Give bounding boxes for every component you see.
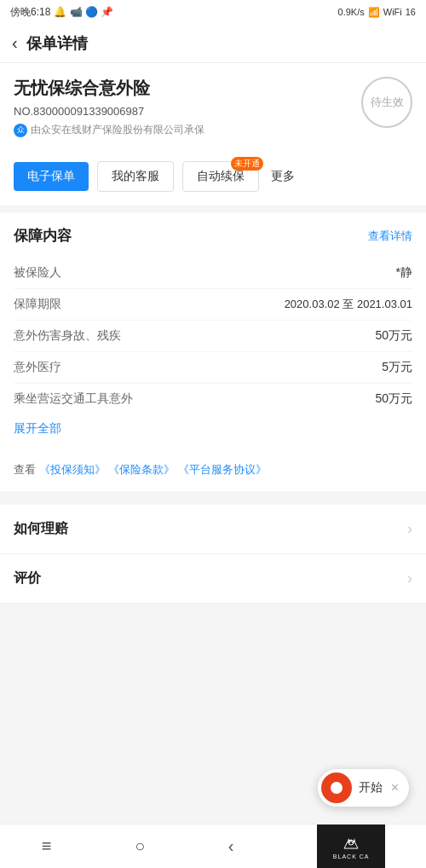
time-label: 傍晚6:18 [10,5,50,20]
bottom-nav: ≡ ○ ‹ BLACK CA [0,824,426,868]
transport-value: 50万元 [375,391,412,407]
floating-close-button[interactable]: × [391,780,399,796]
rating-label: 评价 [14,570,41,587]
insurance-header: 无忧保综合意外险 NO.830000091339006987 众 由众安在线财产… [0,63,426,151]
bottom-nav-home[interactable]: ○ [135,836,145,856]
bottom-nav-back[interactable]: ‹ [228,836,234,856]
bottom-nav-menu[interactable]: ≡ [42,836,52,856]
section-divider [0,205,426,212]
coverage-section: 保障内容 查看详情 被保险人 *静 保障期限 2020.03.02 至 2021… [0,212,426,454]
insurance-title: 无忧保综合意外险 [14,77,412,100]
period-value: 2020.03.02 至 2021.03.01 [285,297,412,312]
transport-label: 乘坐营运交通工具意外 [14,391,133,407]
expand-link[interactable]: 展开全部 [14,414,61,440]
svg-rect-0 [337,833,365,852]
action-buttons: 电子保单 我的客服 自动续保 未开通 更多 [0,151,426,205]
page-title: 保单详情 [26,33,88,54]
section-divider-2 [0,491,426,498]
record-dot [331,782,343,794]
black-cat-logo-svg [337,833,365,852]
chevron-icon-claim: › [407,520,412,538]
status-right: 0.9K/s 📶 WiFi 16 [338,7,416,18]
renew-badge: 未开通 [231,157,263,171]
coverage-transport: 乘坐营运交通工具意外 50万元 [14,384,412,414]
medical-value: 5万元 [382,360,412,375]
coverage-medical: 意外医疗 5万元 [14,352,412,384]
status-bar: 傍晚6:18 🔔 📹 🔵 📌 0.9K/s 📶 WiFi 16 [0,0,426,24]
rating-item[interactable]: 评价 › [0,554,426,604]
my-service-button[interactable]: 我的客服 [97,161,174,192]
black-cat-watermark: BLACK CA [317,825,385,869]
chevron-icon-rating: › [407,570,412,587]
legal-link-1[interactable]: 《投保须知》 [39,463,106,476]
company-icon: 众 [14,124,27,137]
floating-record-button[interactable]: 开始 × [318,769,409,807]
company-info: 众 由众安在线财产保险股份有限公司承保 [14,123,412,137]
coverage-header: 保障内容 查看详情 [14,226,412,246]
period-label: 保障期限 [14,297,61,312]
signal-icon: 📶 [368,7,380,18]
coverage-detail-link[interactable]: 查看详情 [368,229,412,244]
accident-label: 意外伤害身故、残疾 [14,328,121,344]
status-left: 傍晚6:18 🔔 📹 🔵 📌 [10,5,113,20]
legal-prefix: 查看 [14,463,36,476]
how-to-claim-label: 如何理赔 [14,520,68,538]
how-to-claim-item[interactable]: 如何理赔 › [0,505,426,554]
coverage-insured: 被保险人 *静 [14,258,412,289]
list-section: 如何理赔 › 评价 › [0,505,426,604]
accident-value: 50万元 [375,328,412,344]
more-button[interactable]: 更多 [268,162,298,191]
nav-bar: ‹ 保单详情 [0,24,426,63]
record-circle [321,773,352,803]
auto-renew-button[interactable]: 自动续保 未开通 [182,161,259,192]
back-button[interactable]: ‹ [12,33,18,53]
legal-section: 查看 《投保须知》 《保险条款》 《平台服务协议》 [0,454,426,491]
network-speed: 0.9K/s [338,7,365,17]
wifi-icon: WiFi [383,7,402,17]
black-cat-text: BLACK CA [333,854,370,859]
pending-badge: 待生效 [361,77,412,128]
insured-label: 被保险人 [14,265,61,281]
legal-link-2[interactable]: 《保险条款》 [108,463,175,476]
coverage-accident: 意外伤害身故、残疾 50万元 [14,321,412,352]
notification-icons: 🔔 📹 🔵 📌 [54,6,113,18]
electronic-policy-button[interactable]: 电子保单 [14,162,89,191]
legal-link-3[interactable]: 《平台服务协议》 [178,463,267,476]
policy-number: NO.830000091339006987 [14,105,412,118]
floating-label: 开始 [359,780,383,796]
company-label: 由众安在线财产保险股份有限公司承保 [31,123,204,137]
battery-level: 16 [406,7,416,17]
insured-value: *静 [396,265,412,281]
coverage-title: 保障内容 [14,226,72,246]
medical-label: 意外医疗 [14,360,61,375]
coverage-period: 保障期限 2020.03.02 至 2021.03.01 [14,289,412,321]
bottom-spacer [0,604,426,672]
